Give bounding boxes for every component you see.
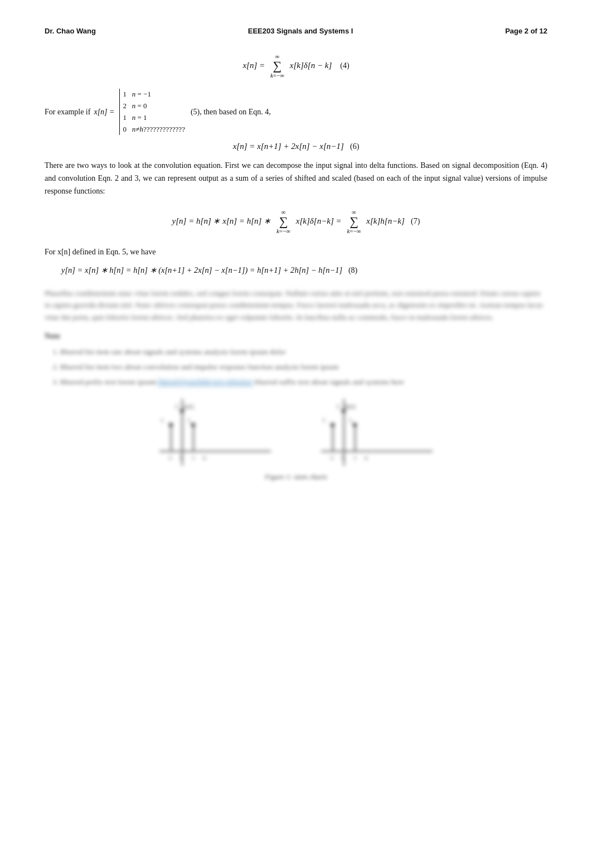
for-example-text: For example if (45, 106, 90, 118)
list-item: Blurred list item two about convolution … (60, 361, 547, 374)
paragraph-1: There are two ways to look at the convol… (45, 159, 547, 197)
for-xn-text: For x[n] defined in Eqn. 5, we have (45, 245, 547, 258)
blurred-note-heading: Note (45, 330, 547, 343)
chart-right: -1 0 1 n 1 2 1 h[n] (321, 399, 433, 466)
equation-8: y[n] = x[n] ∗ h[n] = h[n] ∗ (x[n+1] + 2x… (45, 264, 547, 277)
page: Dr. Chao Wang EEE203 Signals and Systems… (0, 0, 592, 868)
page-header: Dr. Chao Wang EEE203 Signals and Systems… (45, 27, 547, 35)
list-item: Blurred prefix text lorem ipsum blurred … (60, 376, 547, 389)
chart-area: -1 0 1 n 1 2 1 x[n] (45, 399, 547, 466)
blurred-link[interactable]: blurred hyperlink text reference (158, 378, 253, 386)
page-content: x[n] = ∞ ∑ k=−∞ x[k]δ[n − k] (4) For exa… (45, 53, 547, 483)
for-example-block: For example if x[n] = 1 n = −1 2 n = 0 1… (45, 89, 547, 153)
header-title: EEE203 Signals and Systems I (248, 27, 353, 35)
header-author: Dr. Chao Wang (45, 27, 96, 35)
equation-4: x[n] = ∞ ∑ k=−∞ x[k]δ[n − k] (4) (45, 53, 547, 79)
chart-left: -1 0 1 n 1 2 1 x[n] (159, 399, 271, 466)
figure-caption: Figure 1: stem charts (45, 471, 547, 483)
list-item: Blurred list item one about signals and … (60, 346, 547, 359)
equation-6: x[n] = x[n+1] + 2x[n] − x[n−1] (6) (45, 139, 547, 153)
equation-7: y[n] = h[n] ∗ x[n] = h[n] ∗ ∞ ∑ k=−∞ x[k… (45, 209, 547, 234)
blurred-list: Blurred list item one about signals and … (60, 346, 547, 389)
blurred-paragraph: Phasellus condimentum nunc vitae lorem s… (45, 287, 547, 324)
header-page: Page 2 of 12 (505, 27, 547, 35)
eq5-label: (5), then based on Eqn. 4, (191, 106, 271, 118)
